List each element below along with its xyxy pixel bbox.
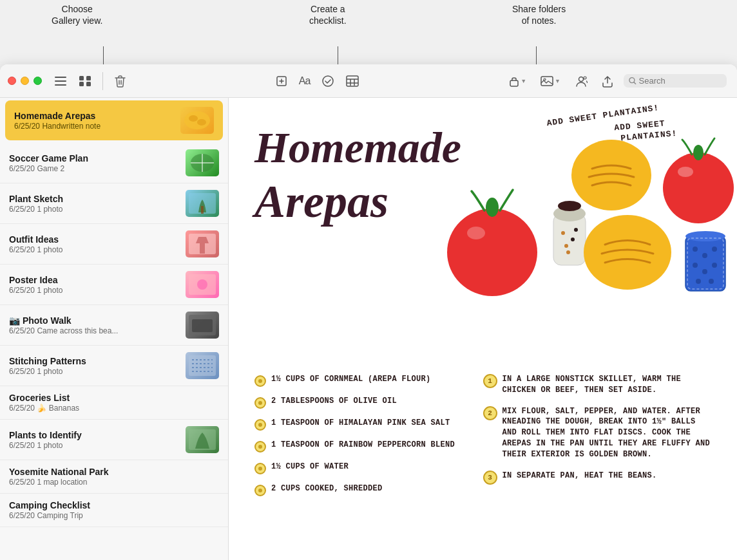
note-title-groceries: Groceries List bbox=[9, 393, 219, 403]
main-content: Homemade Arepas 6/25/20 Handwritten note bbox=[0, 98, 737, 560]
titlebar: Aa bbox=[0, 64, 737, 98]
svg-rect-29 bbox=[189, 355, 216, 376]
note-item-photo-walk[interactable]: 📷 Photo Walk 6/25/20 Came across this be… bbox=[0, 305, 228, 346]
note-canvas: ADD SWEET PLANTAINS! Homemade Arepas ADD… bbox=[229, 98, 737, 560]
svg-point-8 bbox=[323, 76, 333, 86]
note-text-poster: Poster Idea 6/25/20 1 photo bbox=[9, 275, 179, 295]
ingredient-item-2: 2 TABLESPOONS OF OLIVE OIL bbox=[254, 396, 483, 409]
svg-point-14 bbox=[584, 77, 586, 79]
svg-rect-9 bbox=[347, 76, 358, 86]
ingredient-bullet-4 bbox=[254, 441, 266, 453]
note-item-soccer-game-plan[interactable]: Soccer Game Plan 6/25/20 Game 2 bbox=[0, 143, 228, 183]
note-meta-stitch: 6/25/20 1 photo bbox=[9, 367, 179, 376]
note-title-soccer: Soccer Game Plan bbox=[9, 153, 179, 163]
ingredient-item-3: 1 TEASPOON OF HIMALAYAN PINK SEA SALT bbox=[254, 418, 483, 431]
note-item-stitching-patterns[interactable]: Stitching Patterns 6/25/20 1 photo bbox=[0, 346, 228, 386]
note-text-plants2: Plants to Identify 6/25/20 1 photo bbox=[9, 430, 179, 450]
note-item-poster-idea[interactable]: Poster Idea 6/25/20 1 photo bbox=[0, 265, 228, 305]
note-handwritten-title: Homemade Arepas bbox=[248, 111, 718, 242]
note-thumb-photo bbox=[186, 312, 219, 339]
close-button[interactable] bbox=[8, 77, 16, 85]
ingredient-item-5: 1½ CUPS OF WATER bbox=[254, 462, 483, 474]
note-item-camping-checklist[interactable]: Camping Checklist 6/25/20 Camping Trip bbox=[0, 494, 228, 527]
checklist-button[interactable] bbox=[318, 72, 338, 90]
note-item-plants-to-identify[interactable]: Plants to Identify 6/25/20 1 photo bbox=[0, 420, 228, 460]
note-text-soccer: Soccer Game Plan 6/25/20 Game 2 bbox=[9, 153, 179, 173]
ingredient-bullet-2 bbox=[254, 397, 266, 409]
note-item-plant-sketch[interactable]: Plant Sketch 6/25/20 1 photo bbox=[0, 183, 228, 224]
note-text-yosemite: Yosemite National Park 6/25/20 1 map loc… bbox=[9, 467, 219, 487]
svg-point-51 bbox=[564, 244, 568, 248]
ingredient-bullet-1 bbox=[254, 375, 266, 387]
search-input[interactable] bbox=[639, 76, 722, 86]
ingredient-bullet-5 bbox=[254, 463, 266, 474]
instructions-column: 1 IN A LARGE NONSTICK SKILLET, WARM THE … bbox=[483, 374, 712, 505]
instruction-item-3: 3 IN SEPARATE PAN, HEAT THE BEANS. bbox=[483, 471, 712, 485]
note-text-photo: 📷 Photo Walk 6/25/20 Came across this be… bbox=[9, 315, 179, 335]
ingredient-text-6: 2 CUPS COOKED, SHREDDED bbox=[271, 483, 383, 494]
note-thumb-homemade-arepas bbox=[180, 107, 214, 134]
note-meta-yosemite: 6/25/20 1 map location bbox=[9, 478, 219, 487]
svg-text:Arepas: Arepas bbox=[252, 176, 388, 227]
ingredient-item-4: 1 TEASPOON OF RAINBOW PEPPERCORN BLEND bbox=[254, 440, 483, 453]
ingredient-text-2: 2 TABLESPOONS OF OLIVE OIL bbox=[271, 396, 397, 407]
titlebar-divider bbox=[102, 72, 103, 90]
note-title-poster: Poster Idea bbox=[9, 275, 179, 285]
ingredient-bullet-6 bbox=[254, 485, 266, 496]
svg-point-53 bbox=[566, 250, 570, 254]
note-item-yosemite[interactable]: Yosemite National Park 6/25/20 1 map loc… bbox=[0, 460, 228, 494]
note-meta-plants2: 6/25/20 1 photo bbox=[9, 441, 179, 450]
collaborate-button[interactable] bbox=[571, 72, 591, 90]
note-item-outfit-ideas[interactable]: Outfit Ideas 6/25/20 1 photo bbox=[0, 224, 228, 265]
svg-point-26 bbox=[197, 279, 207, 290]
gallery-view-button[interactable] bbox=[75, 73, 95, 89]
svg-rect-28 bbox=[192, 319, 213, 332]
note-content-area: ADD SWEET PLANTAINS! Homemade Arepas ADD… bbox=[229, 98, 737, 560]
note-text-plant: Plant Sketch 6/25/20 1 photo bbox=[9, 194, 179, 214]
media-button[interactable]: ▼ bbox=[537, 73, 564, 89]
svg-point-58 bbox=[702, 253, 707, 258]
svg-rect-1 bbox=[55, 80, 66, 82]
note-item-groceries-list[interactable]: Groceries List 6/25/20 🍌 Bananas bbox=[0, 386, 228, 420]
note-thumb-plant bbox=[186, 190, 219, 217]
ingredient-text-4: 1 TEASPOON OF RAINBOW PEPPERCORN BLEND bbox=[271, 440, 455, 451]
annotation-line-checklist bbox=[338, 46, 338, 64]
search-box[interactable] bbox=[624, 74, 727, 88]
ingredient-bullet-3 bbox=[254, 419, 266, 431]
svg-point-59 bbox=[712, 247, 717, 252]
delete-button[interactable] bbox=[111, 72, 129, 90]
new-note-button[interactable] bbox=[272, 73, 291, 89]
traffic-lights bbox=[8, 77, 42, 85]
format-text-button[interactable]: Aa bbox=[295, 73, 314, 89]
svg-rect-5 bbox=[79, 82, 84, 86]
share-annotation: Share foldersof notes. bbox=[512, 3, 566, 26]
search-icon bbox=[629, 77, 636, 85]
svg-rect-6 bbox=[86, 82, 91, 86]
svg-rect-55 bbox=[685, 236, 725, 291]
table-button[interactable] bbox=[342, 73, 363, 89]
checklist-annotation: Create achecklist. bbox=[309, 3, 347, 26]
share-button[interactable] bbox=[598, 72, 617, 90]
note-text-camping: Camping Checklist 6/25/20 Camping Trip bbox=[9, 500, 219, 520]
toolbar-right: ▼ ▼ bbox=[505, 72, 727, 90]
step-num-3: 3 bbox=[483, 471, 497, 485]
media-dropdown-arrow: ▼ bbox=[555, 78, 560, 84]
ingredient-text-1: 1½ CUPS OF CORNMEAL (AREPA FLOUR) bbox=[271, 374, 431, 385]
svg-point-64 bbox=[709, 279, 714, 284]
minimize-button[interactable] bbox=[21, 77, 29, 85]
note-item-homemade-arepas[interactable]: Homemade Arepas 6/25/20 Handwritten note bbox=[5, 100, 223, 140]
note-meta-groceries: 6/25/20 🍌 Bananas bbox=[9, 404, 219, 413]
list-view-button[interactable] bbox=[51, 73, 70, 89]
svg-point-62 bbox=[712, 263, 717, 268]
toolbar-center: Aa bbox=[272, 72, 363, 90]
step-num-2: 2 bbox=[483, 406, 497, 420]
note-text-groceries: Groceries List 6/25/20 🍌 Bananas bbox=[9, 393, 219, 413]
lock-button[interactable]: ▼ bbox=[505, 73, 530, 89]
svg-rect-2 bbox=[55, 84, 66, 86]
maximize-button[interactable] bbox=[34, 77, 42, 85]
note-meta-soccer: 6/25/20 Game 2 bbox=[9, 164, 179, 173]
lock-dropdown-arrow: ▼ bbox=[521, 78, 526, 84]
svg-rect-10 bbox=[510, 80, 518, 86]
svg-rect-23 bbox=[201, 206, 204, 214]
annotation-line-share bbox=[536, 46, 537, 64]
